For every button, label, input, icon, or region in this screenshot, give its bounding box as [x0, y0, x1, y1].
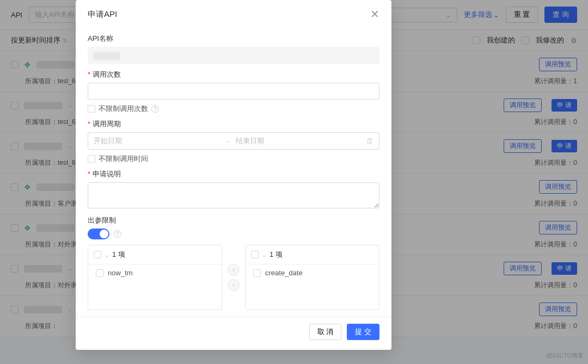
item-checkbox[interactable] — [253, 269, 261, 277]
unlimited-time-label: 不限制调用时间 — [99, 154, 148, 164]
right-select-all-checkbox[interactable] — [251, 251, 259, 258]
item-checkbox[interactable] — [96, 269, 103, 277]
output-limit-label: 出参限制 — [88, 215, 379, 225]
left-select-all-checkbox[interactable] — [94, 251, 101, 258]
transfer-right-panel: ⌄ 1 项 create_date — [245, 245, 379, 310]
cancel-button[interactable]: 取 消 — [309, 324, 342, 340]
call-count-input[interactable] — [88, 83, 379, 100]
calendar-icon: 🗓 — [366, 137, 373, 145]
item-label: now_tm — [108, 269, 133, 277]
apply-api-modal: 申请API ✕ API名称 调用次数 不限制调用次数 ? 调用周期 开始日期 →… — [76, 0, 391, 350]
help-icon[interactable]: ? — [151, 105, 159, 113]
list-item[interactable]: now_tm — [88, 264, 222, 281]
modal-title: 申请API — [88, 9, 117, 20]
chevron-down-icon[interactable]: ⌄ — [262, 252, 266, 258]
right-count: 1 项 — [270, 250, 283, 260]
list-item[interactable]: create_date — [246, 264, 379, 281]
transfer-right-button[interactable]: › — [228, 264, 240, 276]
period-label: 调用周期 — [88, 119, 379, 129]
date-range-picker[interactable]: 开始日期 → 结束日期 🗓 — [88, 132, 379, 150]
api-name-field-label: API名称 — [88, 34, 379, 44]
unlimited-count-label: 不限制调用次数 — [99, 104, 148, 114]
submit-button[interactable]: 提 交 — [347, 324, 379, 340]
close-icon[interactable]: ✕ — [370, 9, 379, 20]
chevron-down-icon[interactable]: ⌄ — [105, 252, 109, 258]
api-name-readonly — [88, 47, 379, 64]
item-label: create_date — [265, 269, 303, 277]
transfer-left-panel: ⌄ 1 项 now_tm — [88, 245, 222, 310]
arrow-right-icon: → — [224, 137, 231, 145]
end-date-placeholder: 结束日期 — [236, 136, 362, 146]
desc-label: 申请说明 — [88, 169, 379, 179]
transfer-left-button[interactable]: ‹ — [228, 279, 240, 291]
transfer-widget: ⌄ 1 项 now_tm › ‹ ⌄ 1 项 — [88, 245, 379, 310]
desc-textarea[interactable] — [88, 182, 379, 208]
unlimited-time-checkbox[interactable] — [88, 155, 95, 163]
help-icon[interactable]: ? — [114, 230, 121, 238]
left-count: 1 项 — [112, 250, 125, 260]
start-date-placeholder: 开始日期 — [94, 136, 220, 146]
unlimited-count-checkbox[interactable] — [88, 105, 95, 113]
call-count-label: 调用次数 — [88, 70, 379, 79]
output-limit-toggle[interactable] — [88, 229, 109, 239]
